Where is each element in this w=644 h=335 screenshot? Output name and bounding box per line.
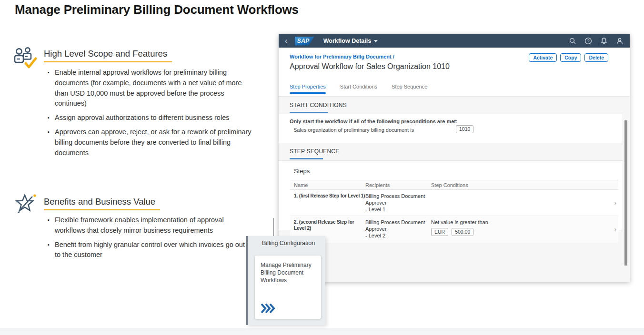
tile-group-billing-configuration: Billing Configuration Manage Preliminary… bbox=[246, 236, 325, 325]
step-name: 2. (second Release Step for Level 2) bbox=[294, 219, 365, 231]
copy-button[interactable]: Copy bbox=[560, 53, 581, 62]
sap-logo: SAP bbox=[295, 37, 314, 46]
preconditions-intro: Only start the workflow if all of the fo… bbox=[290, 118, 458, 124]
steps-table-title: Steps bbox=[294, 168, 310, 175]
chevron-right-icon[interactable]: › bbox=[614, 226, 618, 233]
benefits-bullet-list: Flexible framework enables implementatio… bbox=[48, 215, 252, 264]
bullet-item: Benefit from highly granular control ove… bbox=[48, 240, 252, 261]
column-header-recipients: Recipients bbox=[365, 182, 431, 188]
start-conditions-panel: Only start the workflow if all of the fo… bbox=[279, 114, 623, 143]
star-pen-icon bbox=[13, 193, 37, 216]
people-check-icon bbox=[13, 46, 38, 71]
action-bar: Activate Copy Delete bbox=[529, 53, 608, 62]
app-screenshot: ‹ SAP Workflow Details ? bbox=[279, 34, 630, 282]
step-conditions: Net value is greater than EUR 500.00 bbox=[431, 219, 608, 236]
bullet-item: Flexible framework enables implementatio… bbox=[48, 215, 252, 236]
divider bbox=[273, 218, 274, 237]
section-heading-benefits: Benefits and Business Value bbox=[44, 197, 160, 210]
footer-band bbox=[0, 328, 644, 335]
app-title-dropdown[interactable]: Workflow Details bbox=[323, 38, 378, 44]
column-header-step-conditions: Step Conditions bbox=[431, 182, 608, 188]
app-body: Workflow for Preliminary Billg Document … bbox=[279, 48, 630, 282]
table-row[interactable]: 1. (first Release Step for Level 1) Bill… bbox=[290, 190, 618, 216]
step-name: 1. (first Release Step for Level 1) bbox=[294, 193, 365, 199]
step-recipients: Billing Process Document Approver - Leve… bbox=[365, 219, 431, 239]
bullet-item: Approvers can approve, reject, or ask fo… bbox=[48, 127, 252, 158]
chevron-down-icon bbox=[374, 40, 378, 42]
column-header-name: Name bbox=[294, 182, 365, 188]
page-title: Approval Workflow for Sales Organization… bbox=[290, 62, 450, 71]
bullet-item: Assign approval authorizations to differ… bbox=[48, 113, 252, 123]
forward-chevrons-icon bbox=[260, 303, 276, 314]
steps-table: Name Recipients Step Conditions 1. (firs… bbox=[290, 180, 618, 243]
amount-field[interactable]: 500.00 bbox=[452, 228, 473, 236]
tab-strip: Step Properties Start Conditions Step Se… bbox=[290, 84, 427, 94]
step-sequence-heading: STEP SEQUENCE bbox=[290, 148, 339, 155]
tab-step-sequence[interactable]: Step Sequence bbox=[392, 84, 427, 94]
slide-title: Manage Preliminary Billing Document Work… bbox=[15, 2, 299, 17]
vertical-scrollbar[interactable] bbox=[624, 120, 627, 266]
tile-manage-preliminary-billing-workflows[interactable]: Manage Preliminary Billing Document Work… bbox=[255, 256, 321, 319]
breadcrumb[interactable]: Workflow for Preliminary Billg Document … bbox=[290, 54, 394, 59]
svg-text:?: ? bbox=[587, 39, 589, 43]
section-underline bbox=[290, 158, 323, 159]
object-page-sections: START CONDITIONS Only start the workflow… bbox=[279, 96, 630, 282]
shell-bar: ‹ SAP Workflow Details ? bbox=[279, 34, 630, 48]
search-icon[interactable] bbox=[569, 37, 576, 45]
delete-button[interactable]: Delete bbox=[584, 53, 608, 62]
tile-title: Manage Preliminary Billing Document Work… bbox=[255, 256, 321, 284]
back-icon[interactable]: ‹ bbox=[285, 35, 288, 47]
tab-start-conditions[interactable]: Start Conditions bbox=[340, 84, 377, 94]
section-underline bbox=[290, 112, 328, 113]
slide: Manage Preliminary Billing Document Work… bbox=[0, 0, 644, 335]
start-conditions-heading: START CONDITIONS bbox=[290, 102, 347, 108]
tile-group-title: Billing Configuration bbox=[262, 240, 315, 246]
currency-field[interactable]: EUR bbox=[431, 228, 448, 236]
bell-icon[interactable] bbox=[600, 37, 608, 45]
sales-org-value-field[interactable]: 1010 bbox=[456, 125, 473, 133]
bullet-item: Enable internal approval workflows for p… bbox=[48, 68, 252, 109]
section-heading-scope: High Level Scope and Features bbox=[44, 49, 172, 62]
activate-button[interactable]: Activate bbox=[529, 53, 557, 62]
tab-step-properties[interactable]: Step Properties bbox=[290, 84, 326, 94]
table-header-row: Name Recipients Step Conditions bbox=[290, 180, 618, 190]
table-row[interactable]: 2. (second Release Step for Level 2) Bil… bbox=[290, 216, 618, 243]
step-sequence-panel: Steps Name Recipients Step Conditions 1.… bbox=[279, 160, 623, 230]
help-icon[interactable]: ? bbox=[584, 37, 592, 45]
chevron-right-icon[interactable]: › bbox=[614, 199, 618, 207]
scope-bullet-list: Enable internal approval workflows for p… bbox=[48, 68, 252, 162]
condition-label: Sales organization of preliminary billin… bbox=[293, 127, 414, 133]
step-recipients: Billing Process Document Approver - Leve… bbox=[365, 193, 431, 213]
person-icon[interactable] bbox=[616, 37, 624, 45]
